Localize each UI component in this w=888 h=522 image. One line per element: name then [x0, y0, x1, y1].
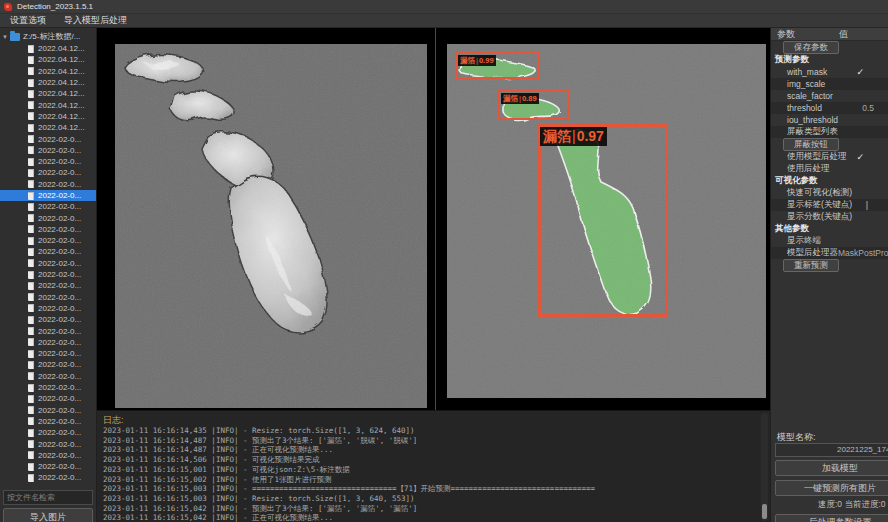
detection-label-3: 漏箔|0.97 [540, 127, 607, 146]
tree-file-item[interactable]: 2022-02-0... [0, 382, 97, 393]
file-icon [28, 327, 34, 335]
param-row[interactable]: 显示标签(关键点) ✓ [771, 199, 888, 211]
tree-file-item[interactable]: 2022.04.12... [0, 43, 97, 54]
tree-file-item[interactable]: 2022-02-0... [0, 235, 97, 246]
check-icon[interactable]: ✓ [856, 152, 864, 162]
param-row[interactable]: 快速可视化(检测) ✓ [771, 187, 888, 199]
tree-file-item[interactable]: 2022-02-0... [0, 224, 97, 235]
file-icon [28, 338, 34, 346]
menu-item-import-postprocess[interactable]: 导入模型后处理 [62, 14, 129, 27]
tree-file-label: 2022-02-0... [38, 451, 81, 460]
file-icon [28, 350, 34, 358]
param-row[interactable]: with_mask ✓ [771, 66, 888, 78]
param-row[interactable]: 保存参数 ✓ [771, 41, 888, 54]
param-row[interactable]: 预测参数 ✓ [771, 54, 888, 66]
menu-item-settings[interactable]: 设置选项 [8, 14, 48, 27]
param-row[interactable]: 使用模型后处理 ✓ [771, 151, 888, 163]
tree-root-folder[interactable]: ▼ Z:/5-标注数据/... [0, 30, 97, 43]
tree-file-item[interactable]: 2022-02-0... [0, 246, 97, 257]
check-icon[interactable]: ✓ [856, 67, 864, 77]
tree-file-item[interactable]: 2022-02-0... [0, 325, 97, 336]
tree-file-item[interactable]: 2022-02-0... [0, 303, 97, 314]
log-line: 2023-01-11 16:16:15,042 |INFO| - 正在可视化预测… [103, 513, 753, 522]
param-label: 保存参数 [783, 41, 839, 54]
tree-file-item[interactable]: 2022-02-0... [0, 438, 97, 449]
tree-file-item[interactable]: 2022.04.12... [0, 88, 97, 99]
tree-file-item[interactable]: 2022.04.12... [0, 122, 97, 133]
param-row[interactable]: 屏蔽按钮 ✓ [771, 138, 888, 151]
tree-file-label: 2022-02-0... [38, 406, 81, 415]
tree-file-item[interactable]: 2022.04.12... [0, 77, 97, 88]
tree-file-label: 2022-02-0... [38, 383, 81, 392]
tree-file-item[interactable]: 2022-02-0... [0, 156, 97, 167]
checkbox[interactable] [866, 201, 868, 210]
tree-file-item[interactable]: 2022-02-0... [0, 416, 97, 427]
import-images-button[interactable]: 导入图片 [3, 508, 93, 522]
tree-file-item[interactable]: 2022-02-0... [0, 337, 97, 348]
param-row[interactable]: img_scale ✓ [771, 78, 888, 90]
tree-file-item[interactable]: 2022-02-0... [0, 167, 97, 178]
model-name-field[interactable]: 20221225_174813... [775, 443, 888, 457]
tree-file-item[interactable]: 2022-02-0... [0, 405, 97, 416]
detection-class: 漏箔 [543, 128, 571, 144]
file-icon [28, 440, 34, 448]
log-scrollbar-thumb[interactable] [762, 504, 767, 519]
tree-file-item[interactable]: 2022-02-0... [0, 450, 97, 461]
predict-all-button[interactable]: 一键预测所有图片 [775, 480, 888, 496]
param-row[interactable]: 重新预测 ✓ [771, 259, 888, 272]
raw-image-viewer[interactable] [115, 44, 427, 408]
param-row[interactable]: 可视化参数 ✓ [771, 175, 888, 187]
param-row[interactable]: 屏蔽类型列表 ✓ [771, 126, 888, 138]
tree-file-item[interactable]: 2022-02-0... [0, 427, 97, 438]
tree-file-item[interactable]: 2022-02-0... [0, 145, 97, 156]
prediction-image-viewer[interactable]: 漏箔|0.99 漏箔|0.89 漏箔|0.97 [447, 44, 766, 398]
tree-file-item[interactable]: 2022-02-0... [0, 201, 97, 212]
tree-file-item[interactable]: 2022-02-0... [0, 179, 97, 190]
tree-file-item[interactable]: 2022-02-0... [0, 258, 97, 269]
tree-file-item[interactable]: 2022-02-0... [0, 461, 97, 472]
param-row[interactable]: 使用后处理 ✓ [771, 163, 888, 175]
tree-file-item[interactable]: 2022-02-0... [0, 212, 97, 223]
tree-file-item[interactable]: 2022.04.12... [0, 99, 97, 110]
tree-file-item[interactable]: 2022.04.12... [0, 111, 97, 122]
log-scrollbar[interactable] [761, 413, 768, 521]
log-line: 2023-01-11 16:16:15,003 |INFO| - =======… [103, 484, 753, 494]
param-value[interactable]: 0.5 [862, 103, 874, 113]
load-model-button[interactable]: 加载模型 [775, 460, 888, 476]
param-row[interactable]: threshold 0.5 ✓ [771, 102, 888, 114]
tree-file-item[interactable]: 2022-02-0... [0, 280, 97, 291]
tree-file-item[interactable]: 2022-02-0... [0, 190, 97, 201]
tree-file-item[interactable]: 2022-02-0... [0, 393, 97, 404]
tree-file-label: 2022-02-0... [38, 225, 81, 234]
chevron-down-icon[interactable]: ▼ [0, 34, 10, 40]
title-bar: Detection_2023.1.5.1 [0, 0, 888, 14]
tree-file-item[interactable]: 2022-02-0... [0, 371, 97, 382]
tree-file-item[interactable]: 2022-02-0... [0, 348, 97, 359]
postprocess-settings-button[interactable]: 后处理参数设置 [775, 514, 888, 522]
param-label: 其他参数 [771, 223, 809, 235]
param-label: threshold [771, 103, 822, 113]
param-label: scale_factor [771, 91, 833, 101]
param-row[interactable]: scale_factor ✓ [771, 90, 888, 102]
filename-search-input[interactable] [3, 490, 93, 505]
tree-file-item[interactable]: 2022-02-0... [0, 472, 97, 483]
param-row[interactable]: 显示分数(关键点) ✓ [771, 211, 888, 223]
tree-file-item[interactable]: 2022.04.12... [0, 54, 97, 65]
tree-file-item[interactable]: 2022-02-0... [0, 133, 97, 144]
tree-file-item[interactable]: 2022-02-0... [0, 314, 97, 325]
param-value[interactable]: MaskPostPro [838, 248, 888, 258]
tree-file-item[interactable]: 2022.04.12... [0, 66, 97, 77]
tree-file-item[interactable]: 2022-02-0... [0, 359, 97, 370]
param-label: 显示标签(关键点) [771, 199, 852, 211]
tree-file-label: 2022-02-0... [38, 270, 81, 279]
tree-file-item[interactable]: 2022-02-0... [0, 269, 97, 280]
param-row[interactable]: 其他参数 ✓ [771, 223, 888, 235]
param-row[interactable]: 显示终端 ✓ [771, 235, 888, 247]
tree-file-label: 2022-02-0... [38, 293, 81, 302]
tree-file-item[interactable]: 2022-02-0... [0, 292, 97, 303]
file-icon [28, 192, 34, 200]
param-row[interactable]: iou_threshold ✓ [771, 114, 888, 126]
param-row[interactable]: 模型后处理器 MaskPostPro ✓ [771, 247, 888, 259]
param-label: 使用模型后处理 [771, 151, 847, 163]
param-label: 模型后处理器 [771, 247, 838, 259]
